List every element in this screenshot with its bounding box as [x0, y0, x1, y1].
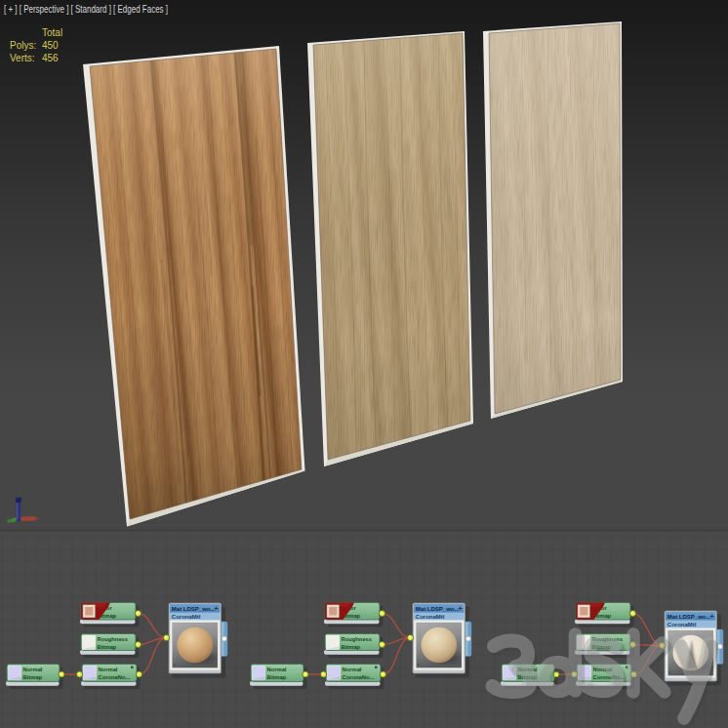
- svg-text:Normal: Normal: [267, 667, 287, 672]
- svg-text:CoronaNo...: CoronaNo...: [99, 674, 131, 680]
- svg-text:+: +: [215, 605, 219, 612]
- svg-text:CoronaNo...: CoronaNo...: [343, 674, 375, 680]
- svg-text:Normal: Normal: [23, 667, 43, 672]
- svg-text:CoronaMtl: CoronaMtl: [667, 622, 697, 627]
- svg-text:Roughness: Roughness: [98, 636, 129, 642]
- svg-text:Polys:: Polys:: [10, 40, 36, 51]
- svg-text:CoronaMtl: CoronaMtl: [172, 614, 201, 620]
- svg-text:CoronaMtl: CoronaMtl: [416, 614, 445, 620]
- svg-text:Total: Total: [42, 27, 62, 38]
- svg-text:Roughness: Roughness: [342, 636, 373, 642]
- svg-text:Bitmap: Bitmap: [342, 644, 361, 650]
- svg-text:Mat LDSP_wo...: Mat LDSP_wo...: [172, 606, 216, 612]
- svg-text:+: +: [459, 605, 463, 612]
- svg-text:+: +: [710, 613, 714, 620]
- svg-text:Normal: Normal: [343, 667, 362, 672]
- svg-text:Mat LDSP_wo...: Mat LDSP_wo...: [416, 606, 460, 612]
- svg-text:Mat LDSP_wo...: Mat LDSP_wo...: [667, 614, 711, 620]
- svg-text:Bitmap: Bitmap: [267, 674, 287, 680]
- svg-text:Normal: Normal: [99, 667, 118, 672]
- svg-text:[ + ] [ Perspective ] [ Standa: [ + ] [ Perspective ] [ Standard ] [ Edg…: [4, 3, 168, 15]
- svg-text:Verts:: Verts:: [10, 53, 35, 63]
- svg-text:Bitmap: Bitmap: [98, 644, 117, 650]
- svg-text:Bitmap: Bitmap: [23, 674, 43, 680]
- svg-text:456: 456: [42, 53, 59, 63]
- svg-text:450: 450: [42, 40, 59, 51]
